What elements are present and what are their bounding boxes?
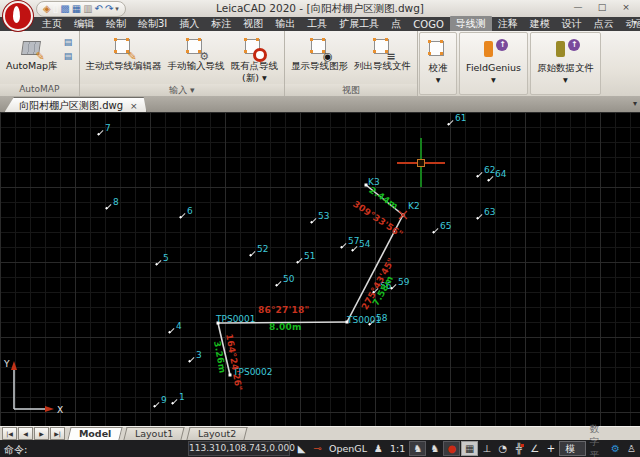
panel-title: 输入 ▾ [80, 84, 285, 96]
ribbon-tab-插入[interactable]: 插入 [173, 16, 205, 32]
ribbon-tab-点[interactable]: 点 [385, 16, 407, 32]
ribbon-tab-绘制[interactable]: 绘制 [100, 16, 132, 32]
digitizer-label: 数字平板 [587, 423, 607, 457]
list-traverse-files-button[interactable]: ≡列出导线文件 [352, 34, 413, 73]
layout-tab-Model[interactable]: Model [67, 427, 123, 440]
document-tab[interactable]: 向阳村棚户区测图.dwg× [4, 97, 147, 113]
model-space-button[interactable]: 模型空间 [559, 441, 585, 456]
window-title: LeicaCAD 2020 - [向阳村棚户区测图.dwg] [0, 2, 640, 16]
ribbon-panel: ↑FieldGenius▾ [459, 32, 528, 95]
fieldgenius-button[interactable]: ↑FieldGenius▾ [464, 36, 523, 86]
automap-layer-tool-2[interactable]: ▤ [62, 50, 75, 62]
layout-tab-label: Layout2 [198, 428, 236, 440]
layout-tab-Layout1[interactable]: Layout1 [124, 427, 186, 440]
ribbon-tab-标注[interactable]: 标注 [205, 16, 237, 32]
layout-nav-1[interactable]: ◀ [18, 427, 33, 440]
button-icon [242, 36, 266, 60]
calibrate-button[interactable]: 校准▾ [424, 36, 452, 86]
ribbon-tab-建模[interactable]: 建模 [524, 16, 556, 32]
ribbon-tab-设计[interactable]: 设计 [556, 16, 588, 32]
button-label: (新) ▾ [242, 73, 267, 84]
automap-library-button[interactable]: ✎AutoMap库 [4, 34, 60, 73]
panel-title: AutoMAP [0, 84, 79, 96]
graphics-performance-icon[interactable]: ◣ [294, 442, 309, 455]
layout-tab-Layout2[interactable]: Layout2 [186, 427, 248, 440]
grid-display-icon[interactable]: ▦ [461, 441, 478, 456]
button-label: AutoMap库 [6, 61, 58, 72]
ribbon-tab-主页[interactable]: 主页 [36, 16, 68, 32]
ribbon-tab-视图[interactable]: 视图 [237, 16, 269, 32]
button-icon [426, 38, 450, 62]
maximize-button[interactable]: □ [590, 0, 614, 15]
point-label-52: 52 [257, 245, 268, 254]
annotation-visibility-icon[interactable]: ♞ [409, 441, 426, 456]
ribbon-tab-点云[interactable]: 点云 [588, 16, 620, 32]
button-icon: ✎ [112, 36, 136, 60]
ribbon-tab-导线测[interactable]: 导线测 [450, 16, 492, 32]
point-label-7: 7 [105, 124, 111, 133]
ribbon-tab-COGO[interactable]: COGO [407, 18, 449, 31]
point-label-3: 3 [196, 351, 202, 360]
button-label: ▾ [436, 75, 441, 86]
ribbon-tab-overflow-icon[interactable]: ▾ [633, 18, 637, 27]
raw-data-files-button[interactable]: ↑原始数据文件▾ [535, 36, 596, 86]
isometric-plane-icon[interactable]: ◔ [495, 442, 510, 455]
command-prompt[interactable]: 命令: [4, 443, 27, 457]
snap-marker-icon[interactable]: ╬ [511, 442, 526, 455]
button-icon: ◉ [308, 36, 332, 60]
annotation-scale-label[interactable]: 1:1 [387, 443, 408, 454]
layout-tab-label: Model [79, 428, 111, 440]
point-label-61: 61 [455, 114, 466, 123]
layout-nav-2[interactable]: ▶ [34, 427, 49, 440]
polar-tracking-icon[interactable]: ∠ [527, 442, 542, 455]
status-bar: 命令: 113.310,108.743,0.000 ◣⊸OpenGL♟1:1♞♞… [0, 440, 640, 457]
settings-gear-icon[interactable]: ⚙ [608, 442, 623, 455]
opengl-label[interactable]: OpenGL [326, 443, 370, 454]
close-button[interactable]: × [614, 0, 638, 15]
point-label-51: 51 [304, 252, 315, 261]
window-controls: —□× [566, 0, 638, 15]
manual-traverse-entry-button[interactable]: ⚙手动输入导线 [166, 34, 227, 73]
angle-annotation: 86°27'18" [258, 305, 309, 315]
close-tab-icon[interactable]: × [130, 101, 138, 111]
ribbon-tab-绘制3I[interactable]: 绘制3I [132, 16, 173, 32]
document-tab-label: 向阳村棚户区测图.dwg [19, 100, 123, 111]
layout-nav-0[interactable]: |◀ [2, 427, 17, 440]
ribbon-tab-编辑[interactable]: 编辑 [68, 16, 100, 32]
point-label-65: 65 [440, 222, 451, 231]
red-dot-icon [521, 444, 524, 447]
crosshair-size-icon[interactable]: + [543, 442, 558, 455]
layout-tab-label: Layout1 [135, 428, 173, 440]
active-traverse-editor-button[interactable]: ✎主动式导线编辑器 [84, 34, 164, 73]
xref-toggle-icon[interactable]: ⊸ [310, 442, 325, 455]
show-traverse-graphics-button[interactable]: ◉显示导线图形 [289, 34, 350, 73]
point-label-53: 53 [318, 212, 329, 221]
existing-point-traverse-button[interactable]: 既有点导线(新) ▾ [229, 34, 281, 84]
ribbon-tab-注释[interactable]: 注释 [492, 16, 524, 32]
layout-tab-bar: |◀◀▶▶|ModelLayout1Layout2 [0, 426, 640, 440]
mini-buttons: ▤▤ [62, 34, 75, 62]
data-collector-icon [556, 41, 565, 57]
point-label-5: 5 [163, 254, 169, 263]
layout-nav-3[interactable]: ▶| [50, 427, 65, 440]
point-label-63: 63 [484, 208, 495, 217]
upload-circle-icon: ↑ [568, 39, 580, 51]
ribbon-tab-工具[interactable]: 工具 [301, 16, 333, 32]
minimize-button[interactable]: — [566, 0, 590, 15]
ribbon-tab-输出[interactable]: 输出 [269, 16, 301, 32]
annotation-scale-person-icon[interactable]: ♟ [371, 442, 386, 455]
user-profile-icon[interactable]: ♙ [624, 442, 639, 455]
ucs-x-label: X [57, 405, 63, 415]
ortho-icon[interactable]: ⊥ [479, 442, 494, 455]
annotation-auto-add-icon[interactable]: ♞ [427, 442, 442, 455]
ribbon-tab-bar: 主页编辑绘制绘制3I插入标注视图输出工具扩展工具点COGO导线测注释建模设计点云… [0, 17, 640, 31]
ribbon-tab-扩展工具[interactable]: 扩展工具 [333, 16, 385, 32]
app-logo-icon[interactable] [3, 1, 33, 31]
esnap-icon[interactable]: ● [443, 441, 460, 456]
drawing-canvas[interactable]: Y X 786552515350575456596162646365589134… [0, 112, 640, 426]
document-tab-overflow-icon[interactable]: ▾ [633, 99, 637, 108]
point-label-4: 4 [176, 322, 182, 331]
leicacad-window: ◈▯▩▦▥↶↷▾ LeicaCAD 2020 - [向阳村棚户区测图.dwg] … [0, 0, 640, 457]
automap-layer-tool-1[interactable]: ▤ [62, 36, 75, 48]
button-label: 手动输入导线 [168, 61, 225, 72]
